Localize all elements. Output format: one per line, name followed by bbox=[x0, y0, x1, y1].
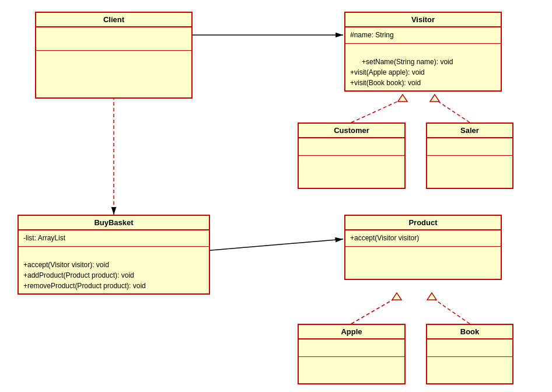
client-class: Client bbox=[35, 12, 193, 99]
book-section2 bbox=[427, 357, 512, 383]
buybasket-section2: +accept(Visitor visitor): void +addProdu… bbox=[19, 247, 209, 293]
diagram-container: Client Visitor #name: String +setName(St… bbox=[0, 0, 552, 392]
product-header: Product bbox=[345, 216, 501, 230]
buybasket-section1: -list: ArrayList bbox=[19, 230, 209, 247]
book-header: Book bbox=[427, 325, 512, 340]
apple-section2 bbox=[299, 357, 404, 383]
customer-section1 bbox=[299, 138, 404, 156]
svg-marker-3 bbox=[398, 94, 407, 102]
saler-section1 bbox=[427, 138, 512, 156]
book-section1 bbox=[427, 340, 512, 357]
svg-marker-8 bbox=[392, 293, 401, 300]
book-class: Book bbox=[426, 324, 513, 384]
svg-line-6 bbox=[204, 239, 343, 251]
customer-class: Customer bbox=[298, 123, 406, 189]
svg-line-7 bbox=[351, 298, 397, 324]
apple-header: Apple bbox=[299, 325, 404, 340]
saler-section2 bbox=[427, 156, 512, 188]
visitor-section2: +setName(String name): void +visit(Apple… bbox=[345, 44, 501, 90]
client-section1 bbox=[36, 27, 191, 51]
apple-section1 bbox=[299, 340, 404, 357]
saler-header: Saler bbox=[427, 124, 512, 138]
saler-class: Saler bbox=[426, 123, 513, 189]
svg-marker-10 bbox=[427, 293, 436, 300]
visitor-class: Visitor #name: String +setName(String na… bbox=[344, 12, 502, 92]
buybasket-class: BuyBasket -list: ArrayList +accept(Visit… bbox=[18, 215, 210, 295]
product-section1: +accept(Visitor visitor) bbox=[345, 230, 501, 247]
visitor-section1: #name: String bbox=[345, 27, 501, 44]
svg-line-2 bbox=[351, 99, 403, 123]
product-section2 bbox=[345, 247, 501, 279]
svg-marker-5 bbox=[430, 94, 439, 102]
customer-header: Customer bbox=[299, 124, 404, 138]
svg-line-9 bbox=[432, 298, 470, 324]
client-section2 bbox=[36, 51, 191, 97]
visitor-header: Visitor bbox=[345, 13, 501, 27]
client-header: Client bbox=[36, 13, 191, 27]
apple-class: Apple bbox=[298, 324, 406, 384]
buybasket-header: BuyBasket bbox=[19, 216, 209, 230]
product-class: Product +accept(Visitor visitor) bbox=[344, 215, 502, 280]
customer-section2 bbox=[299, 156, 404, 188]
svg-line-4 bbox=[435, 99, 470, 123]
